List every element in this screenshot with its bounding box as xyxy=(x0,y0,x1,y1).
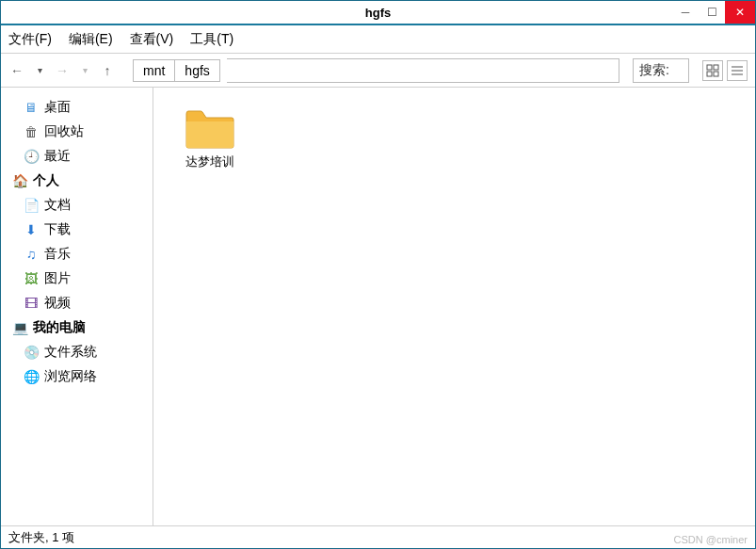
sidebar-label: 浏览网络 xyxy=(44,368,97,385)
window-title: hgfs xyxy=(365,6,391,20)
menu-tools[interactable]: 工具(T) xyxy=(190,31,233,48)
folder-item[interactable]: 达梦培训 xyxy=(172,106,248,170)
sidebar-label: 视频 xyxy=(44,295,71,312)
forward-button[interactable]: → xyxy=(54,63,71,78)
sidebar-item-10[interactable]: 💿文件系统 xyxy=(1,340,153,364)
nav-buttons: ← ▾ → ▾ ↑ xyxy=(8,63,116,78)
statusbar: 文件夹, 1 项 xyxy=(1,525,755,548)
sidebar-label: 文档 xyxy=(44,197,71,214)
sidebar-icon: 🖼 xyxy=(24,271,39,286)
sidebar-item-7[interactable]: 🖼图片 xyxy=(1,266,153,291)
sidebar-label: 文件系统 xyxy=(44,344,97,361)
content: 🖥桌面🗑回收站🕘最近🏠个人📄文档⬇下载♫音乐🖼图片🎞视频💻我的电脑💿文件系统🌐浏… xyxy=(1,88,755,525)
sidebar-item-5[interactable]: ⬇下载 xyxy=(1,218,153,242)
sidebar-icon: 🏠 xyxy=(12,173,27,188)
menubar: 文件(F) 编辑(E) 查看(V) 工具(T) xyxy=(1,25,755,54)
sidebar-label: 最近 xyxy=(44,148,71,165)
minimize-button[interactable]: ─ xyxy=(672,1,699,24)
list-view-button[interactable] xyxy=(727,60,748,81)
watermark: CSDN @cminer xyxy=(674,534,748,545)
folder-icon xyxy=(184,106,236,150)
sidebar-icon: 🗑 xyxy=(24,124,39,139)
sidebar-label: 回收站 xyxy=(44,123,84,140)
sidebar-item-6[interactable]: ♫音乐 xyxy=(1,242,153,266)
menu-edit[interactable]: 编辑(E) xyxy=(69,31,113,48)
back-button[interactable]: ← xyxy=(8,63,25,78)
sidebar-label: 我的电脑 xyxy=(33,319,86,336)
crumb-1[interactable]: hgfs xyxy=(174,59,219,82)
navbar: ← ▾ → ▾ ↑ mnt hgfs 搜索: xyxy=(1,54,755,88)
menu-file[interactable]: 文件(F) xyxy=(8,31,52,48)
sidebar-label: 桌面 xyxy=(44,99,71,116)
icon-view-button[interactable] xyxy=(702,60,723,81)
sidebar-label: 个人 xyxy=(33,172,59,189)
titlebar: hgfs ─ ☐ ✕ xyxy=(1,1,755,25)
file-pane[interactable]: 达梦培训 xyxy=(153,88,755,525)
sidebar-item-2[interactable]: 🕘最近 xyxy=(1,144,153,169)
sidebar-icon: ⬇ xyxy=(24,222,39,237)
close-button[interactable]: ✕ xyxy=(725,1,755,24)
sidebar-icon: 🌐 xyxy=(24,369,39,384)
search-box[interactable]: 搜索: xyxy=(633,58,689,83)
sidebar-item-0[interactable]: 🖥桌面 xyxy=(1,95,153,120)
sidebar-label: 下载 xyxy=(44,221,71,238)
sidebar-item-8[interactable]: 🎞视频 xyxy=(1,291,153,315)
menu-view[interactable]: 查看(V) xyxy=(130,31,174,48)
sidebar-icon: 🎞 xyxy=(24,296,39,311)
path-input[interactable] xyxy=(227,58,619,83)
svg-rect-1 xyxy=(714,65,718,70)
sidebar-icon: 📄 xyxy=(24,198,39,213)
sidebar-item-9[interactable]: 💻我的电脑 xyxy=(1,315,153,340)
sidebar-label: 音乐 xyxy=(44,246,71,263)
back-menu[interactable]: ▾ xyxy=(31,65,48,75)
sidebar: 🖥桌面🗑回收站🕘最近🏠个人📄文档⬇下载♫音乐🖼图片🎞视频💻我的电脑💿文件系统🌐浏… xyxy=(1,88,153,525)
up-button[interactable]: ↑ xyxy=(99,63,116,78)
sidebar-icon: 🕘 xyxy=(24,149,39,164)
sidebar-icon: 🖥 xyxy=(24,100,39,115)
window-controls: ─ ☐ ✕ xyxy=(672,1,755,24)
sidebar-icon: 💿 xyxy=(24,345,39,360)
sidebar-item-1[interactable]: 🗑回收站 xyxy=(1,120,153,144)
folder-label: 达梦培训 xyxy=(185,153,234,170)
sidebar-label: 图片 xyxy=(44,270,71,287)
maximize-button[interactable]: ☐ xyxy=(699,1,725,24)
view-toggle xyxy=(702,60,748,81)
sidebar-item-11[interactable]: 🌐浏览网络 xyxy=(1,364,153,389)
svg-rect-2 xyxy=(707,72,712,76)
status-text: 文件夹, 1 项 xyxy=(8,529,74,546)
grid-icon xyxy=(706,64,719,77)
svg-rect-3 xyxy=(714,72,718,76)
svg-rect-0 xyxy=(707,65,712,70)
sidebar-icon: ♫ xyxy=(24,247,39,262)
breadcrumb: mnt hgfs xyxy=(133,59,219,82)
forward-menu[interactable]: ▾ xyxy=(76,65,93,75)
sidebar-icon: 💻 xyxy=(12,320,27,335)
crumb-0[interactable]: mnt xyxy=(133,59,175,82)
list-icon xyxy=(731,64,744,77)
sidebar-item-3[interactable]: 🏠个人 xyxy=(1,169,153,193)
sidebar-item-4[interactable]: 📄文档 xyxy=(1,193,153,218)
